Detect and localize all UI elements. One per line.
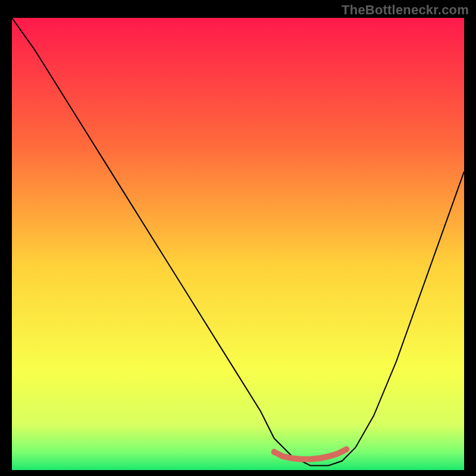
optimal-marker-dot xyxy=(271,449,277,455)
gradient-background xyxy=(12,18,464,470)
chart-frame: TheBottleneckr.com xyxy=(0,0,476,476)
plot-area xyxy=(12,18,464,470)
chart-svg xyxy=(12,18,464,470)
watermark-text: TheBottleneckr.com xyxy=(342,2,469,18)
